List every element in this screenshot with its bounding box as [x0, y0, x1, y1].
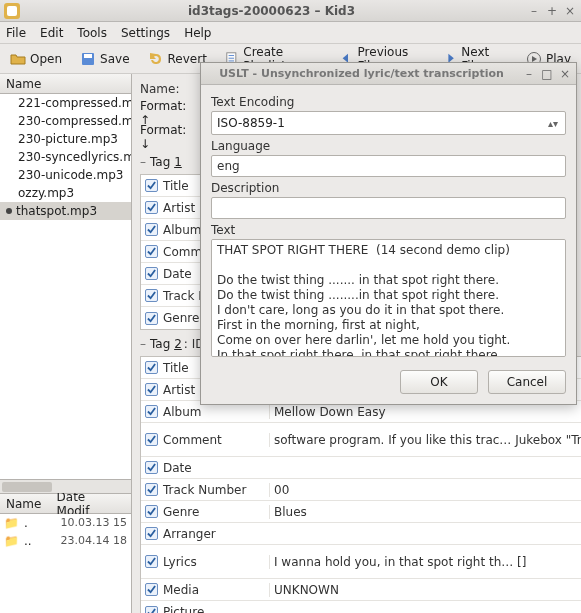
row-checkbox[interactable] [145, 383, 158, 396]
field-name: Lyrics [161, 555, 269, 569]
language-input[interactable] [211, 155, 566, 177]
file-item[interactable]: 230-unicode.mp3 [0, 166, 131, 184]
field-value[interactable]: Mellow Down Easy [269, 405, 581, 419]
field-value[interactable]: 00 [269, 483, 581, 497]
file-item[interactable]: 230-compressed.mp3 [0, 112, 131, 130]
table-row[interactable]: Date [141, 457, 581, 479]
field-name: Picture [161, 605, 269, 613]
description-label: Description [211, 181, 566, 195]
collapse-icon: – [140, 155, 146, 169]
table-row[interactable]: MediaUNKNOWN [141, 579, 581, 601]
encoding-label: Text Encoding [211, 95, 566, 109]
lyrics-textarea[interactable] [211, 239, 566, 357]
dirlist-header[interactable]: Name Date Modif [0, 494, 131, 514]
row-checkbox[interactable] [145, 179, 158, 192]
dialog-title: USLT - Unsynchronized lyric/text transcr… [205, 67, 518, 80]
dir-item[interactable]: 📁..23.04.14 18 [0, 532, 131, 550]
table-row[interactable]: Arranger [141, 523, 581, 545]
file-list[interactable]: 221-compressed.mp3230-compressed.mp3230-… [0, 94, 131, 479]
field-name: Genre [161, 505, 269, 519]
table-row[interactable]: Picture [141, 601, 581, 613]
row-checkbox[interactable] [145, 267, 158, 280]
minimize-button[interactable]: – [527, 4, 541, 18]
revert-icon [148, 51, 164, 67]
menubar: File Edit Tools Settings Help [0, 22, 581, 44]
dir-item[interactable]: 📁.10.03.13 15 [0, 514, 131, 532]
dialog-maximize-button[interactable]: □ [540, 67, 554, 81]
cancel-button[interactable]: Cancel [488, 370, 566, 394]
scrollbar-thumb[interactable] [2, 482, 52, 492]
chevron-updown-icon: ▴▾ [546, 118, 560, 129]
maximize-button[interactable]: + [545, 4, 559, 18]
folder-icon: 📁 [4, 534, 24, 548]
row-checkbox[interactable] [145, 289, 158, 302]
menu-edit[interactable]: Edit [40, 26, 63, 40]
app-icon [4, 3, 20, 19]
menu-file[interactable]: File [6, 26, 26, 40]
folder-open-icon [10, 51, 26, 67]
row-checkbox[interactable] [145, 555, 158, 568]
menu-tools[interactable]: Tools [77, 26, 107, 40]
window-title: id3tags-20000623 – Kid3 [20, 4, 523, 18]
filelist-scrollbar[interactable] [0, 479, 131, 493]
dialog-minimize-button[interactable]: – [522, 67, 536, 81]
encoding-combo[interactable]: ISO-8859-1 ▴▾ [211, 111, 566, 135]
row-checkbox[interactable] [145, 405, 158, 418]
row-checkbox[interactable] [145, 606, 158, 614]
row-checkbox[interactable] [145, 527, 158, 540]
save-button[interactable]: Save [76, 48, 133, 70]
name-label: Name: [140, 82, 196, 96]
row-checkbox[interactable] [145, 201, 158, 214]
file-item[interactable]: 221-compressed.mp3 [0, 94, 131, 112]
dir-pane: Name Date Modif 📁.10.03.13 15📁..23.04.14… [0, 493, 131, 613]
dir-list[interactable]: 📁.10.03.13 15📁..23.04.14 18 [0, 514, 131, 613]
svg-rect-1 [7, 6, 17, 16]
field-name: Arranger [161, 527, 269, 541]
file-item[interactable]: ozzy.mp3 [0, 184, 131, 202]
file-item[interactable]: 230-syncedlyrics.mp3 [0, 148, 131, 166]
field-value[interactable]: Blues [269, 505, 581, 519]
row-checkbox[interactable] [145, 483, 158, 496]
close-button[interactable]: × [563, 4, 577, 18]
left-pane: Name 221-compressed.mp3230-compressed.mp… [0, 74, 132, 613]
collapse-icon: – [140, 337, 146, 351]
description-input[interactable] [211, 197, 566, 219]
table-row[interactable]: GenreBlues [141, 501, 581, 523]
menu-settings[interactable]: Settings [121, 26, 170, 40]
field-name: Date [161, 461, 269, 475]
field-name: Track Number [161, 483, 269, 497]
dialog-close-button[interactable]: × [558, 67, 572, 81]
language-label: Language [211, 139, 566, 153]
row-checkbox[interactable] [145, 223, 158, 236]
field-value[interactable]: I wanna hold you, in that spot right th…… [269, 555, 581, 569]
save-icon [80, 51, 96, 67]
row-checkbox[interactable] [145, 461, 158, 474]
open-button[interactable]: Open [6, 48, 66, 70]
encoding-value: ISO-8859-1 [217, 116, 285, 130]
format2-label: Format: ↓ [140, 123, 196, 151]
table-row[interactable]: Track Number00 [141, 479, 581, 501]
field-value[interactable]: UNKNOWN [269, 583, 581, 597]
table-row[interactable]: LyricsI wanna hold you, in that spot rig… [141, 545, 581, 579]
file-item[interactable]: 230-picture.mp3 [0, 130, 131, 148]
table-row[interactable]: Commentsoftware program. If you like thi… [141, 423, 581, 457]
field-name: Media [161, 583, 269, 597]
row-checkbox[interactable] [145, 505, 158, 518]
row-checkbox[interactable] [145, 361, 158, 374]
row-checkbox[interactable] [145, 583, 158, 596]
row-checkbox[interactable] [145, 433, 158, 446]
filelist-header-name: Name [6, 77, 41, 91]
menu-help[interactable]: Help [184, 26, 211, 40]
main-titlebar: id3tags-20000623 – Kid3 – + × [0, 0, 581, 22]
svg-rect-3 [84, 54, 92, 58]
row-checkbox[interactable] [145, 245, 158, 258]
dir-header-name: Name [6, 497, 49, 511]
dialog-titlebar[interactable]: USLT - Unsynchronized lyric/text transcr… [201, 63, 576, 85]
filelist-header[interactable]: Name [0, 74, 131, 94]
ok-button[interactable]: OK [400, 370, 478, 394]
file-item[interactable]: thatspot.mp3 [0, 202, 131, 220]
folder-icon: 📁 [4, 516, 24, 530]
uslt-dialog: USLT - Unsynchronized lyric/text transcr… [200, 62, 577, 405]
field-value[interactable]: software program. If you like this trac…… [269, 433, 581, 447]
row-checkbox[interactable] [145, 312, 158, 325]
